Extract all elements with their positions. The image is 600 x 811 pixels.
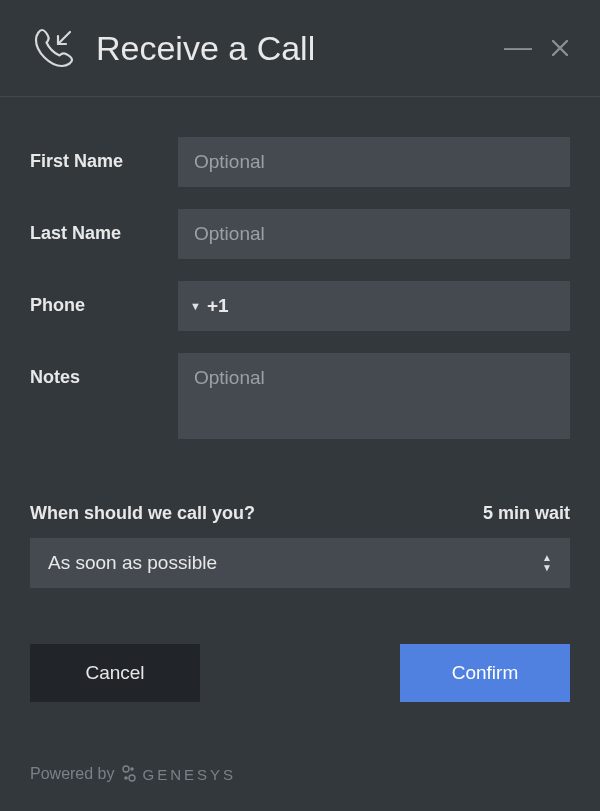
updown-caret-icon: ▲▼ [542,554,552,572]
schedule-label: When should we call you? [30,503,255,524]
dialog-header: Receive a Call — [0,0,600,97]
confirm-button[interactable]: Confirm [400,644,570,702]
schedule-select[interactable]: As soon as possible ▲▼ [30,538,570,588]
dialog-title: Receive a Call [96,29,504,68]
last-name-label: Last Name [30,209,178,244]
dialog-footer: Powered by GENESYS [0,765,600,811]
window-controls: — [504,33,570,63]
phone-country-code-dropdown[interactable]: ▼ +1 [190,295,229,317]
dialog-buttons: Cancel Confirm [30,644,570,702]
powered-by-label: Powered by [30,765,115,783]
incoming-call-icon [30,24,78,72]
phone-row: Phone ▼ +1 [30,281,570,331]
first-name-label: First Name [30,137,178,172]
svg-point-2 [124,776,128,780]
notes-row: Notes [30,353,570,443]
phone-label: Phone [30,281,178,316]
brand-name: GENESYS [143,766,237,783]
svg-point-1 [130,767,134,771]
phone-field[interactable] [229,295,558,317]
genesys-icon [121,765,137,783]
svg-point-3 [129,775,135,781]
phone-prefix-value: +1 [207,295,229,317]
cancel-button[interactable]: Cancel [30,644,200,702]
schedule-row: When should we call you? 5 min wait [30,503,570,524]
notes-field[interactable] [178,353,570,439]
last-name-row: Last Name [30,209,570,259]
first-name-field[interactable] [178,137,570,187]
first-name-row: First Name [30,137,570,187]
notes-label: Notes [30,353,178,388]
phone-input-wrap: ▼ +1 [178,281,570,331]
close-icon[interactable] [550,38,570,58]
caret-down-icon: ▼ [190,300,201,312]
schedule-wait-time: 5 min wait [483,503,570,524]
brand-logo: GENESYS [121,765,237,783]
dialog-body: First Name Last Name Phone ▼ +1 [0,97,600,765]
last-name-field[interactable] [178,209,570,259]
minimize-icon[interactable]: — [504,33,532,63]
svg-point-0 [123,766,129,772]
schedule-selected-value: As soon as possible [48,552,542,574]
receive-call-dialog: Receive a Call — First Name Last Name Ph… [0,0,600,811]
